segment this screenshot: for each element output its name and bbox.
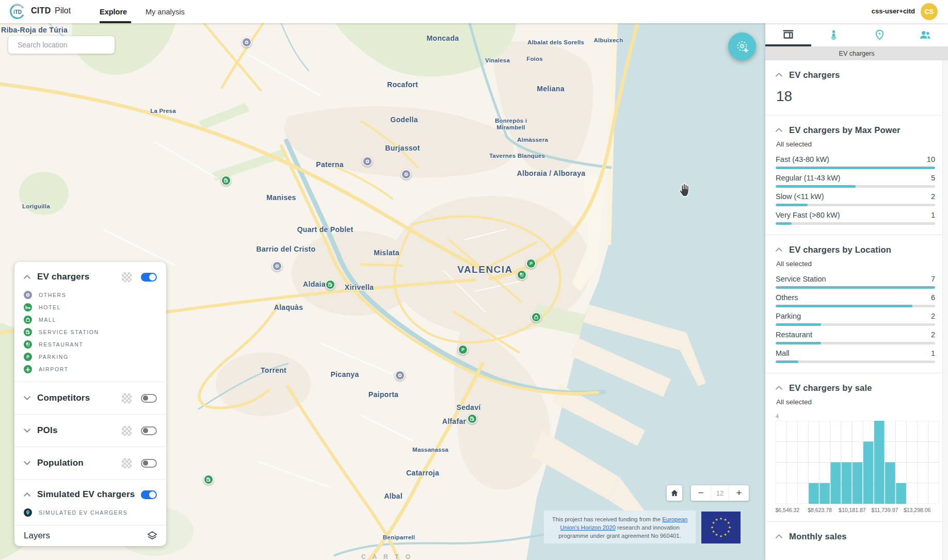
legend-item: MALL [24,314,157,326]
histogram-x-labels: $6,546.32$8,623.78$10,181.87$11,739.97$1… [776,507,938,516]
tab-population[interactable] [903,23,948,46]
chevron-up-icon[interactable] [776,386,782,390]
chevron-up-icon[interactable] [776,248,782,252]
stat-bar-fill [776,185,856,188]
service-station-icon [24,328,32,336]
stat-bar-fill [776,204,808,206]
others-marker[interactable] [242,37,252,47]
tab-competitors[interactable] [811,23,857,46]
section-title: EV chargers by Max Power [789,125,901,135]
tab-explore[interactable]: Explore [100,0,127,23]
svg-text:★: ★ [712,530,715,534]
home-icon [670,488,679,498]
stat-row[interactable]: Regular (11-43 kW)5 [776,174,935,188]
histogram-y-max-label: 4 [776,413,938,419]
search-box[interactable] [8,36,115,54]
add-area-of-interest-button[interactable] [728,32,756,60]
others-icon [24,291,32,299]
section-title: EV chargers [37,272,122,282]
stat-row[interactable]: Service Station7 [776,275,935,289]
opacity-icon[interactable] [122,458,132,468]
section-monthly-sales: Monthly sales [765,521,942,548]
section-title: Population [37,458,122,468]
stat-row[interactable]: Slow (<11 kW)2 [776,192,935,206]
others-marker[interactable] [362,156,373,167]
opacity-icon[interactable] [122,272,132,282]
chevron-down-icon[interactable] [24,429,31,433]
toggle-pois[interactable] [141,426,157,435]
chevron-up-icon[interactable] [24,275,31,279]
section-sale: EV chargers by sale All selected 4 $6,54… [765,373,942,521]
tab-pois[interactable] [857,23,903,46]
population-icon [918,28,932,42]
restaurant-marker[interactable] [517,270,527,280]
stat-bar-fill [776,167,935,169]
svg-text:★: ★ [711,525,714,530]
layers-icon [147,530,158,541]
service-station-marker[interactable] [467,414,477,424]
service-station-marker[interactable] [203,474,214,485]
parking-marker[interactable]: P [526,258,536,269]
chevron-down-icon[interactable] [24,461,31,465]
tab-my-analysis[interactable]: My analysis [146,0,185,23]
others-marker[interactable] [395,370,405,381]
stat-row[interactable]: Restaurant2 [776,331,935,344]
toggle-population[interactable] [141,459,157,468]
section-ev-chargers-total: EV chargers 18 [765,60,942,115]
others-marker[interactable] [272,261,282,271]
search-input[interactable] [18,41,111,49]
toggle-simulated-ev-chargers[interactable] [141,490,157,499]
sale-histogram[interactable] [776,421,938,504]
layers-panel: EV chargers OTHERS HOTEL MALL SERVICE ST… [14,262,166,546]
parking-marker[interactable]: P [458,344,468,355]
stat-bar-track [776,204,935,206]
avatar[interactable]: CS [921,3,938,20]
service-station-marker[interactable] [325,279,335,290]
svg-text:P: P [26,354,29,359]
chevron-up-icon[interactable] [24,492,31,497]
stat-row[interactable]: Others6 [776,293,935,307]
hotel-icon [24,303,32,311]
legend-item: SERVICE STATION [24,326,157,338]
username: css-user+citd [872,7,915,15]
tab-ev-chargers[interactable] [765,23,811,46]
section-title: Competitors [37,393,122,403]
opacity-icon[interactable] [122,393,132,403]
layers-footer[interactable]: Layers [14,525,166,546]
map-home-button[interactable] [667,485,682,501]
sidebar-scrollbar[interactable] [942,60,948,560]
zoom-out-button[interactable]: − [691,485,711,501]
svg-text:★: ★ [728,525,731,530]
stat-bar-fill [776,342,821,344]
stat-bar-fill [776,323,821,326]
opacity-icon[interactable] [122,426,132,436]
legend-item: RESTAURANT [24,338,157,351]
service-station-marker[interactable] [221,175,231,186]
zoom-in-button[interactable]: + [729,485,749,501]
toggle-competitors[interactable] [141,394,157,403]
citd-logo-icon: iTD [8,3,26,20]
stat-row[interactable]: Parking2 [776,312,935,326]
map-attribution: C A R T O [361,553,413,560]
chevron-up-icon[interactable] [776,128,782,132]
eu-flag: ★★★ ★★★ ★★★ ★★★ [701,512,741,543]
stat-row[interactable]: Very Fast (>80 kW)1 [776,211,935,225]
x-tick-label: $6,546.32 [775,507,799,513]
section-title: EV chargers by Location [789,245,891,255]
chevron-up-icon[interactable] [776,73,782,77]
stats-sidebar: EV chargers EV chargers 18 EV chargers b… [765,0,948,560]
legend-item: AIRPORT [24,363,157,375]
others-marker[interactable] [401,169,411,179]
chevron-up-icon[interactable] [776,534,782,538]
stat-row[interactable]: Fast (43-80 kW)10 [776,155,935,169]
stat-row[interactable]: Mall1 [776,349,935,363]
x-tick-label: $8,623.78 [808,507,832,513]
brand-name: CITD [31,6,51,15]
chevron-down-icon[interactable] [24,396,31,400]
mall-marker[interactable] [531,312,541,322]
filter-status: All selected [776,140,935,148]
section-title: Monthly sales [789,532,847,541]
panel-section-ev-chargers: EV chargers OTHERS HOTEL MALL SERVICE ST… [14,262,166,382]
svg-text:P: P [529,261,533,266]
toggle-ev-chargers[interactable] [141,273,157,282]
